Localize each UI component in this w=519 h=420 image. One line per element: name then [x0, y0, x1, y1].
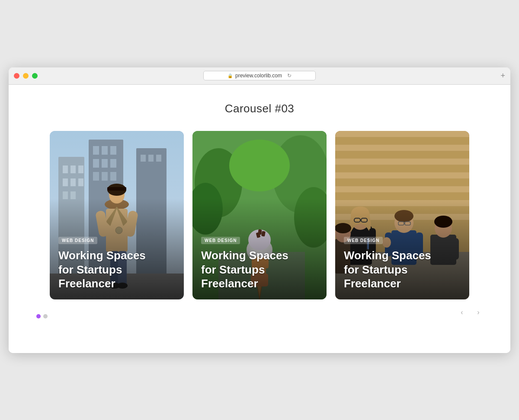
dot-1[interactable]: [36, 314, 41, 318]
new-tab-button[interactable]: +: [500, 72, 505, 80]
svg-rect-21: [141, 155, 146, 162]
svg-rect-4: [78, 165, 83, 173]
svg-rect-19: [110, 172, 116, 181]
refresh-icon[interactable]: ↻: [287, 73, 292, 79]
browser-content: Carousel #03: [9, 85, 510, 353]
svg-rect-11: [93, 146, 99, 155]
lock-icon: 🔒: [227, 73, 233, 78]
svg-rect-65: [335, 138, 469, 144]
prev-button[interactable]: ‹: [456, 306, 468, 318]
card-3-badge: WEB DESIGN: [344, 237, 383, 244]
traffic-light-close[interactable]: [14, 73, 19, 79]
svg-rect-69: [335, 165, 469, 172]
svg-rect-15: [102, 159, 108, 168]
carousel-nav: ‹ ›: [456, 306, 484, 318]
card-2[interactable]: WEB DESIGN Working Spaces for Startups F…: [192, 131, 327, 299]
svg-rect-13: [110, 146, 116, 155]
address-bar[interactable]: 🔒 preview.colorlib.com ↻: [203, 71, 316, 80]
svg-rect-67: [335, 152, 469, 158]
carousel-container: WEB DESIGN Working Spaces for Startups F…: [35, 131, 484, 318]
dot-2[interactable]: [43, 314, 48, 318]
card-3[interactable]: WEB DESIGN Working Spaces for Startups F…: [335, 131, 469, 299]
card-2-title: Working Spaces for Startups Freelancer: [201, 248, 318, 291]
svg-rect-71: [335, 179, 469, 185]
svg-rect-23: [156, 155, 161, 162]
svg-rect-22: [148, 155, 154, 162]
browser-window: 🔒 preview.colorlib.com ↻ + Carousel #03: [9, 67, 510, 353]
card-1[interactable]: WEB DESIGN Working Spaces for Startups F…: [50, 131, 184, 299]
svg-rect-2: [63, 165, 68, 173]
browser-titlebar: 🔒 preview.colorlib.com ↻ +: [9, 67, 510, 85]
svg-rect-16: [110, 159, 116, 168]
svg-rect-5: [63, 178, 68, 186]
card-2-content: WEB DESIGN Working Spaces for Startups F…: [192, 227, 327, 299]
svg-point-40: [229, 140, 290, 191]
traffic-light-minimize[interactable]: [23, 73, 29, 79]
svg-rect-28: [107, 187, 126, 191]
carousel-dots: [35, 314, 48, 318]
url-text: preview.colorlib.com: [235, 73, 282, 79]
traffic-light-fullscreen[interactable]: [32, 73, 38, 79]
card-1-title: Working Spaces for Startups Freelancer: [58, 248, 175, 291]
svg-rect-7: [78, 178, 83, 186]
svg-rect-64: [335, 131, 469, 137]
card-3-content: WEB DESIGN Working Spaces for Startups F…: [335, 227, 469, 299]
svg-rect-68: [335, 159, 469, 165]
svg-rect-12: [102, 146, 108, 155]
svg-rect-6: [70, 178, 76, 186]
cards-row: WEB DESIGN Working Spaces for Startups F…: [35, 131, 484, 299]
svg-rect-17: [93, 172, 99, 181]
card-1-content: WEB DESIGN Working Spaces for Startups F…: [50, 227, 184, 299]
card-3-title: Working Spaces for Startups Freelancer: [344, 248, 461, 291]
card-2-badge: WEB DESIGN: [201, 237, 240, 244]
svg-rect-18: [102, 172, 108, 181]
svg-rect-70: [335, 172, 469, 178]
svg-rect-14: [93, 159, 99, 168]
svg-rect-66: [335, 145, 469, 151]
card-1-badge: WEB DESIGN: [58, 237, 97, 244]
page-title: Carousel #03: [35, 102, 484, 115]
next-button[interactable]: ›: [472, 306, 484, 318]
svg-rect-3: [70, 165, 76, 173]
svg-rect-9: [70, 191, 76, 199]
svg-rect-72: [335, 186, 469, 192]
svg-rect-8: [63, 191, 68, 199]
